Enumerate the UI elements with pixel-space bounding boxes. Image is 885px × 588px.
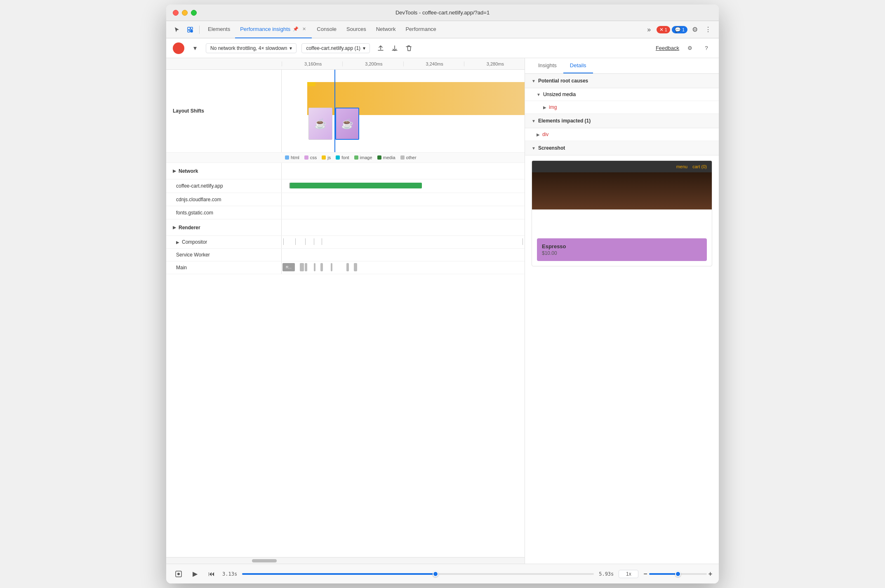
compositor-ticks [282, 236, 525, 247]
maximize-button[interactable] [191, 10, 197, 16]
div-link[interactable]: div [542, 132, 548, 137]
zoom-in-icon[interactable]: + [708, 570, 712, 578]
time-tick-2: 3,240ms [403, 61, 464, 66]
elements-impacted-header[interactable]: ▼ Elements impacted (1) [525, 114, 719, 128]
comment-badge[interactable]: 💬 1 [672, 26, 687, 33]
main-content: R... [282, 261, 525, 274]
horizontal-scrollbar[interactable] [166, 557, 525, 564]
mug-icon-before: ☕ [314, 118, 327, 129]
main-chunk-1 [300, 263, 304, 271]
img-link-item[interactable]: ▶ img [525, 101, 719, 114]
timeline-area[interactable]: 3,160ms 3,200ms 3,240ms 3,280ms Layout S… [166, 58, 525, 557]
action-bar: ▾ No network throttling, 4× slowdown ▾ c… [166, 38, 719, 58]
screen-record-button[interactable] [173, 568, 184, 580]
download-button[interactable] [389, 42, 400, 54]
toolbar-divider [199, 26, 200, 34]
scrollbar-thumb-horizontal[interactable] [252, 559, 277, 562]
zoom-out-icon[interactable]: − [643, 570, 647, 578]
cursor-tool-button[interactable] [171, 24, 183, 35]
tick [295, 238, 296, 245]
tab-sources[interactable]: Sources [341, 21, 371, 38]
network-track-header: ▶ Network [166, 163, 525, 179]
screenshot-section: menu cart (0) Espresso $10.00 [525, 155, 719, 271]
network-row-0-label: coffee-cart.netlify.app [166, 179, 282, 193]
feedback-link[interactable]: Feedback [656, 45, 679, 51]
timeline-slider-thumb[interactable] [433, 571, 438, 577]
legend-dot-media [377, 155, 381, 160]
layout-shift-thumbnail-before[interactable]: ☕ [308, 108, 332, 140]
tick [322, 238, 322, 245]
gear-icon-button[interactable]: ⚙ [684, 42, 696, 54]
layout-shifts-track: Layout Shifts ☕ ☕ [166, 70, 525, 153]
help-button[interactable]: ? [701, 42, 712, 54]
traffic-lights [173, 10, 197, 16]
layout-shifts-content: ☕ ☕ [282, 70, 525, 152]
main-bar: R... [282, 261, 525, 273]
legend-js: js [322, 155, 331, 160]
div-link-item[interactable]: ▶ div [525, 128, 719, 141]
svg-rect-3 [191, 30, 193, 32]
zoom-slider-thumb[interactable] [675, 571, 681, 577]
expand-arrow-img: ▶ [543, 105, 546, 110]
delete-button[interactable] [403, 42, 414, 54]
expand-arrow-impacted: ▼ [532, 119, 536, 123]
record-button[interactable] [173, 42, 184, 54]
tab-elements[interactable]: Elements [203, 21, 235, 38]
more-tabs-button[interactable]: » [643, 24, 655, 35]
legend-html: html [285, 155, 299, 160]
tab-details[interactable]: Details [563, 58, 593, 73]
tick [523, 238, 523, 245]
img-link[interactable]: img [549, 104, 557, 110]
customize-button[interactable]: ⋮ [702, 24, 714, 35]
inspect-element-button[interactable] [184, 24, 196, 35]
play-button[interactable]: ▶ [189, 568, 201, 580]
skip-to-start-button[interactable]: ⏮ [206, 568, 217, 580]
network-row-1: cdnjs.cloudflare.com [166, 193, 525, 206]
tick [305, 238, 306, 245]
renderer-track: ▶ Renderer [166, 219, 525, 236]
screenshot-coffee-image [532, 172, 712, 238]
zoom-slider[interactable] [649, 573, 707, 575]
tab-toolbar: Elements Performance insights 📌 ✕ Consol… [166, 21, 719, 38]
throttle-dropdown[interactable]: No network throttling, 4× slowdown ▾ [206, 43, 297, 53]
tab-close-button[interactable]: ✕ [301, 26, 307, 32]
service-worker-label: Service Worker [166, 249, 282, 261]
minimize-button[interactable] [182, 10, 188, 16]
close-button[interactable] [173, 10, 179, 16]
tab-network[interactable]: Network [371, 21, 401, 38]
nav-menu-label: menu [676, 164, 688, 169]
network-row-2-label: fonts.gstatic.com [166, 206, 282, 219]
screenshot-preview: menu cart (0) Espresso $10.00 [532, 160, 712, 266]
right-content: ▼ Potential root causes ▼ Unsized media … [525, 74, 719, 271]
title-bar: DevTools - coffee-cart.netlify.app/?ad=1 [166, 5, 719, 21]
timeline-slider[interactable] [242, 573, 594, 575]
error-badge[interactable]: ✕ 1 [657, 26, 670, 33]
time-ruler: 3,160ms 3,200ms 3,240ms 3,280ms [166, 58, 525, 70]
main-chunk-4 [320, 263, 323, 271]
url-dropdown[interactable]: coffee-cart.netlify.app (1) ▾ [301, 43, 370, 53]
unsized-media-item: ▼ Unsized media [525, 88, 719, 101]
main-chunk-6 [346, 263, 349, 271]
main-label: Main [166, 261, 282, 274]
upload-button[interactable] [375, 42, 386, 54]
legend-dot-css [304, 155, 308, 160]
tab-insights[interactable]: Insights [532, 58, 563, 73]
time-end-label: 5.93s [599, 571, 614, 577]
svg-rect-1 [191, 27, 193, 29]
tab-performance[interactable]: Performance [400, 21, 441, 38]
expand-arrow-unsized: ▼ [537, 92, 541, 97]
tab-performance-insights[interactable]: Performance insights 📌 ✕ [235, 21, 312, 38]
layout-shift-thumbnail-after[interactable]: ☕ [335, 108, 359, 140]
main-area: 3,160ms 3,200ms 3,240ms 3,280ms Layout S… [166, 58, 719, 564]
pin-icon: 📌 [293, 26, 299, 32]
product-price: $10.00 [542, 250, 702, 256]
zoom-slider-fill [649, 573, 678, 575]
dropdown-arrow-button[interactable]: ▾ [189, 42, 201, 54]
settings-button[interactable]: ⚙ [689, 24, 701, 35]
network-content-header [282, 163, 525, 179]
potential-root-causes-header[interactable]: ▼ Potential root causes [525, 74, 719, 88]
screenshot-header[interactable]: ▼ Screenshot [525, 141, 719, 155]
chevron-down-icon: ▾ [290, 45, 292, 51]
renderer-label: ▶ Renderer [166, 219, 282, 235]
tab-console[interactable]: Console [312, 21, 341, 38]
